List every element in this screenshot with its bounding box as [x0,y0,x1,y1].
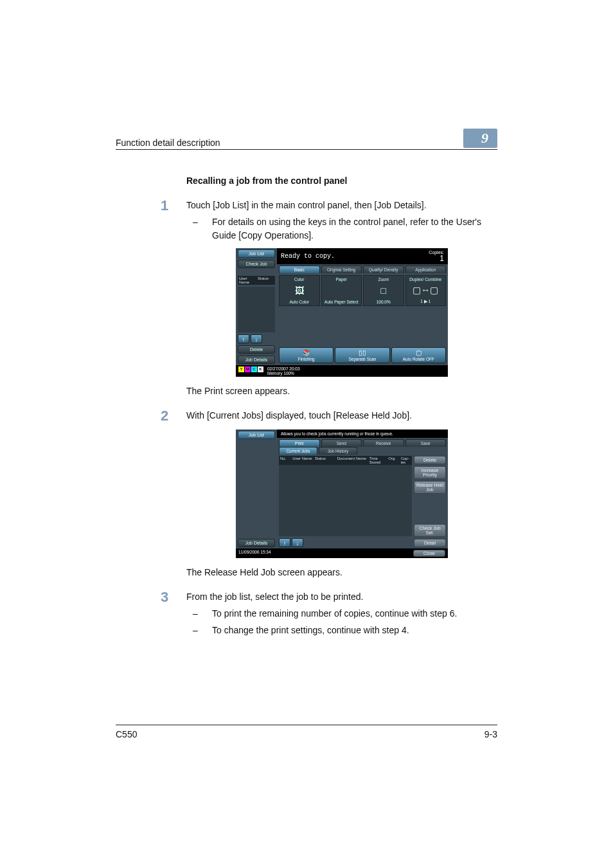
joblist-empty [238,287,275,332]
bullet-dash: – [186,215,212,242]
joblist-header: User Name Status [238,276,275,285]
job-table-empty [279,465,412,536]
tab-quality-density[interactable]: Quality/ Density [363,266,404,273]
delete-button[interactable]: Delete [238,345,275,354]
footer-date: 11/09/2006 15:34 [238,550,413,557]
running-header: Function detail description 9 [116,129,497,150]
step-number: 3 [161,590,186,637]
auto-rotate-button[interactable]: ▢ Auto Rotate OFF [391,347,446,363]
increase-priority-button[interactable]: Increase Priority [414,466,446,479]
tab-print[interactable]: Print [279,439,320,447]
job-details-button[interactable]: Job Details [238,539,275,547]
footer-date: 02/27/2007 20:03 [267,366,300,371]
color-tile[interactable]: Color 🖼 Auto Color [279,275,320,306]
print-screen-thumbnail: Job List Job Details Allows you to check… [236,429,448,558]
step-2: 2 With [Current Jobs] displayed, touch [… [186,409,497,423]
bullet-text: For details on using the keys in the con… [212,215,497,242]
tab-send[interactable]: Send [321,439,362,447]
bullet-dash: – [186,624,212,637]
job-details-button[interactable]: Job Details [238,356,275,364]
bullet-dash: – [186,607,212,620]
finishing-icon: 📚 [303,349,310,356]
separate-scan-button[interactable]: ▯▯ Separate Scan [335,347,389,363]
duplex-tile[interactable]: Duplex/ Combine ▢↔▢ 1 ▶ 1 [405,275,447,306]
duplex-icon: ▢↔▢ [406,285,446,294]
result-text-2: The Release Held Job screen appears. [186,567,497,577]
section-heading: Recalling a job from the control panel [186,176,497,186]
footer-page: 9-3 [484,729,497,739]
copies-value: 1 [440,254,444,263]
step-3: 3 From the job list, select the job to b… [186,590,497,637]
scroll-up-button[interactable]: ↑ [238,334,249,343]
scroll-down-button[interactable]: ↓ [292,538,303,547]
step-text: From the job list, select the job to be … [186,590,497,603]
delete-button[interactable]: Delete [414,456,446,464]
chapter-number: 9 [463,129,497,148]
close-button[interactable]: Close [413,550,445,557]
screen-title: Allows you to check jobs currently runni… [281,431,393,436]
footer-memory: Memory 100% [267,371,294,375]
check-job-button[interactable]: Check Job [238,260,275,268]
subtab-current-jobs[interactable]: Current Jobs [279,447,317,455]
tab-original-setting[interactable]: Original Setting [321,266,362,273]
zoom-tile[interactable]: Zoom □ 100.0% [363,275,404,306]
release-held-job-button[interactable]: Release Held Job [414,481,446,494]
scroll-down-button[interactable]: ↓ [251,334,262,343]
step-number: 1 [161,199,186,242]
separate-scan-icon: ▯▯ [359,349,366,356]
page-footer: C550 9-3 [116,725,497,739]
tab-save[interactable]: Save [405,439,447,447]
header-section-title: Function detail description [116,138,220,148]
scroll-up-button[interactable]: ↑ [279,538,290,547]
tab-basic[interactable]: Basic [279,266,320,273]
step-number: 2 [161,409,186,423]
finishing-button[interactable]: 📚 Finishing [279,347,333,363]
tab-application[interactable]: Application [405,266,447,273]
paper-tile[interactable]: Paper Auto Paper Select [321,275,362,306]
subtab-job-history[interactable]: Job History [319,447,357,455]
result-text-1: The Print screen appears. [186,386,497,396]
bullet-text: To print the remaining number of copies,… [212,607,457,620]
tab-receive[interactable]: Receive [363,439,404,447]
job-list-button[interactable]: Job List [238,431,275,439]
table-header: No. User Name Status Document Name Time … [279,456,412,465]
step-1: 1 Touch [Job List] in the main control p… [186,199,497,242]
step-text: Touch [Job List] in the main control pan… [186,199,497,212]
detail-button[interactable]: Detail [414,539,446,547]
footer-model: C550 [116,729,137,739]
step-text: With [Current Jobs] displayed, touch [Re… [186,409,497,422]
copy-screen-thumbnail: Job List Check Job User Name Status ↑ ↓ … [236,248,448,377]
screen-title: Ready to copy. [281,253,335,260]
check-job-set-button[interactable]: Check Job Set. [414,524,446,537]
bullet-text: To change the print settings, continue w… [212,624,409,637]
rotate-off-icon: ▢ [416,349,422,356]
page-square-icon: □ [364,286,404,295]
job-list-button[interactable]: Job List [238,249,275,258]
toner-indicators: Y M C K [238,366,263,375]
palette-icon: 🖼 [280,286,319,295]
